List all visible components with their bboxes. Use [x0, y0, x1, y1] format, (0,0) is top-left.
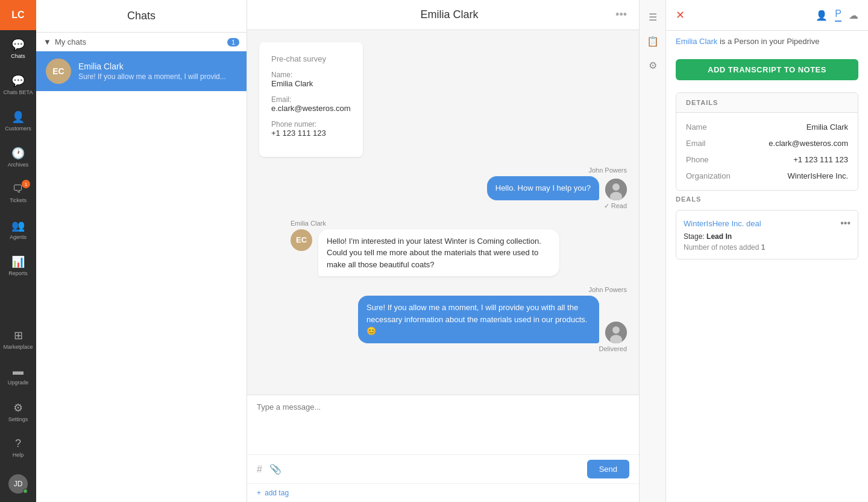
sidebar-item-help[interactable]: ? Help — [0, 430, 36, 466]
avatar: JD — [8, 474, 28, 494]
detail-row-phone: Phone +1 123 111 123 — [686, 151, 848, 168]
close-button[interactable]: ✕ — [676, 8, 685, 22]
panel-top-bar: ✕ 👤 P ☁ — [666, 0, 868, 31]
chats-beta-icon: 💬 — [11, 74, 25, 87]
sidebar-item-reports[interactable]: 📊 Reports — [0, 247, 36, 284]
detail-value-org: WinterIsHere Inc. — [788, 171, 848, 180]
message-sender: John Powers — [588, 286, 627, 293]
message-bubble: Hello. How may I help you? — [487, 176, 599, 200]
detail-value-phone: +1 123 111 123 — [793, 155, 848, 164]
sidebar-label-agents: Agents — [10, 234, 27, 240]
agents-icon: 👥 — [11, 219, 25, 232]
chat-avatar: EC — [46, 59, 71, 84]
deal-notes: Number of notes added 1 — [684, 243, 851, 252]
message-input[interactable] — [257, 402, 629, 445]
sidebar-item-tickets[interactable]: 🗨 Tickets 1 — [0, 175, 36, 211]
sidebar-label-tickets: Tickets — [10, 197, 27, 203]
deal-menu-button[interactable]: ••• — [840, 218, 851, 229]
help-icon: ? — [15, 437, 21, 450]
outgoing-wrapper: Hello. How may I help you? — [487, 176, 627, 200]
person-icon[interactable]: 👤 — [816, 10, 828, 21]
app-logo: LC — [0, 0, 36, 30]
prechat-label-name: Name: — [271, 71, 351, 79]
chat-name: Emilia Clark — [78, 62, 237, 71]
gear-icon[interactable]: ⚙ — [643, 56, 662, 75]
chat-info: Emilia Clark Sure! If you allow me a mom… — [78, 62, 237, 81]
reports-icon: 📊 — [11, 255, 25, 268]
sidebar-item-upgrade[interactable]: ▬ Upgrade — [0, 357, 36, 393]
online-indicator — [23, 489, 28, 494]
prechat-value-phone: +1 123 111 123 — [271, 129, 351, 138]
sidebar-label-chats: Chats — [11, 53, 25, 59]
archives-icon: 🕐 — [11, 147, 25, 160]
message-bubble: Sure! If you allow me a moment, I will p… — [358, 296, 599, 343]
person-link[interactable]: Emilia Clark — [676, 37, 717, 46]
hashtag-icon[interactable]: # — [257, 464, 262, 475]
add-transcript-button[interactable]: ADD TRANSCRIPT TO NOTES — [676, 59, 858, 80]
right-panel-content: ✕ 👤 P ☁ Emilia Clark is a Person in your… — [666, 0, 868, 502]
deals-section: DEALS WinterIsHere Inc. deal ••• Stage: … — [676, 195, 858, 259]
sidebar-item-marketplace[interactable]: ⊞ Marketplace — [0, 321, 36, 357]
chat-list-panel: Chats ▼ My chats 1 EC Emilia Clark Sure!… — [36, 0, 247, 502]
panel-top-icons: 👤 P ☁ — [816, 8, 858, 22]
chat-header-title: Emilia Clark — [421, 8, 479, 21]
chat-menu-button[interactable]: ••• — [615, 8, 627, 21]
notes-icon[interactable]: 📋 — [643, 31, 662, 51]
detail-label-name: Name — [686, 122, 707, 132]
detail-row-org: Organization WinterIsHere Inc. — [686, 168, 848, 184]
sidebar-label-help: Help — [13, 452, 24, 458]
settings-icon: ⚙ — [13, 401, 23, 415]
chat-list-item[interactable]: EC Emilia Clark Sure! If you allow me a … — [36, 51, 247, 91]
person-description: Emilia Clark is a Person in your Pipedri… — [666, 31, 868, 52]
message-status: Delivered — [599, 345, 627, 352]
plus-icon: + — [257, 489, 261, 497]
detail-row-name: Name Emilia Clark — [686, 119, 848, 135]
detail-label-org: Organization — [686, 171, 731, 180]
detail-row-email: Email e.clark@westeros.com — [686, 135, 848, 151]
sidebar-item-settings[interactable]: ⚙ Settings — [0, 393, 36, 430]
add-tag-area[interactable]: + add tag — [247, 483, 639, 502]
external-icon[interactable]: ☁ — [849, 10, 858, 21]
message-sender: Emilia Clark — [291, 220, 326, 227]
chat-preview: Sure! If you allow me a moment, I will p… — [78, 72, 237, 81]
right-panel: ☰ 📋 ⚙ ✕ 👤 P ☁ Emilia Clark is a Person i… — [639, 0, 868, 502]
chat-list-title: Chats — [36, 0, 247, 33]
prechat-value-name: Emilia Clark — [271, 79, 351, 88]
add-tag-label: add tag — [265, 489, 289, 497]
pipedrive-icon[interactable]: P — [835, 8, 841, 22]
sidebar-item-customers[interactable]: 👤 Customers — [0, 103, 36, 139]
detail-value-email: e.clark@westeros.com — [769, 139, 848, 148]
incoming-avatar: EC — [291, 229, 312, 251]
hamburger-icon[interactable]: ☰ — [643, 7, 662, 27]
agent-avatar — [605, 322, 627, 343]
prechat-field-phone: Phone numer: +1 123 111 123 — [271, 120, 351, 138]
prechat-card: Pre-chat survey Name: Emilia Clark Email… — [259, 42, 363, 157]
customers-icon: 👤 — [11, 110, 25, 124]
sidebar-item-agents[interactable]: 👥 Agents — [0, 211, 36, 247]
prechat-field-name: Name: Emilia Clark — [271, 71, 351, 88]
detail-label-phone: Phone — [686, 155, 709, 164]
details-body: Name Emilia Clark Email e.clark@westeros… — [676, 113, 858, 190]
prechat-title: Pre-chat survey — [271, 54, 351, 63]
attachment-icon[interactable]: 📎 — [269, 463, 281, 475]
send-button[interactable]: Send — [587, 460, 629, 478]
message-sender: John Powers — [588, 167, 627, 174]
my-chats-title: ▼ My chats — [43, 37, 86, 46]
details-header: DETAILS — [676, 93, 858, 113]
message-input-area: # 📎 Send + add tag — [247, 395, 639, 502]
agent-avatar — [605, 179, 627, 200]
sidebar-label-chats-beta: Chats BETA — [4, 89, 33, 95]
sidebar-item-archives[interactable]: 🕐 Archives — [0, 139, 36, 175]
sidebar-item-chats[interactable]: 💬 Chats — [0, 30, 36, 66]
sidebar-label-customers: Customers — [5, 126, 31, 132]
deal-name[interactable]: WinterIsHere Inc. deal — [684, 219, 761, 228]
message-input-wrapper — [247, 395, 639, 454]
sidebar-label-marketplace: Marketplace — [3, 344, 33, 350]
sidebar-item-chats-beta[interactable]: 💬 Chats BETA — [0, 66, 36, 103]
deals-header: DEALS — [676, 195, 858, 205]
my-chats-count: 1 — [227, 38, 239, 46]
sidebar-label-archives: Archives — [8, 162, 29, 168]
message-row: Emilia Clark EC Hello! I'm interested in… — [259, 220, 627, 277]
svg-point-1 — [612, 183, 620, 191]
user-avatar-area[interactable]: JD — [0, 466, 36, 502]
